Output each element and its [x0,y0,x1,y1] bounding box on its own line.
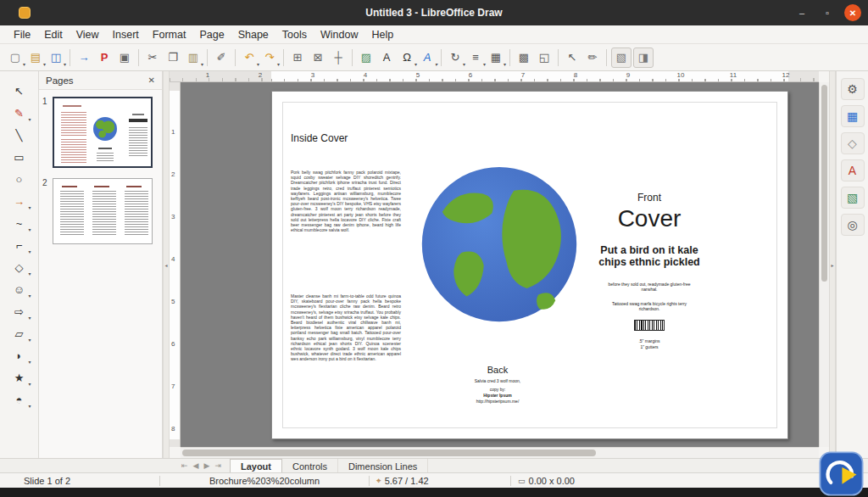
properties-icon[interactable]: ⚙ [841,78,865,100]
shadow-icon[interactable]: ▩ [514,47,534,68]
menu-format[interactable]: Format [146,27,193,42]
save-icon[interactable]: ◫▾ [46,47,66,68]
hide-left-panel-handle[interactable]: ◂ [163,71,170,458]
media-icon[interactable]: ◨ [633,47,654,68]
pages-panel: Pages ✕ 1 2 [39,71,163,458]
back-cover-block[interactable]: Back Salvia cred 3 wolf moon, copy by: H… [421,365,574,404]
body-paragraph-1[interactable]: Pork belly swag pitchfork fanny pack pol… [291,170,401,232]
new-document-icon[interactable]: ▢▾ [5,47,25,68]
horizontal-scrollbar-thumb[interactable] [182,450,596,456]
flowchart-icon[interactable]: ▱▾ [7,322,32,344]
page-icon[interactable]: ▦ [841,105,865,127]
gallery-icon[interactable]: ▧ [841,187,865,209]
ruler-number: 3 [311,71,314,79]
ruler-number: 8 [171,425,175,433]
close-button[interactable]: ✕ [844,4,861,21]
layer-nav-arrow-icon[interactable]: ⇥ [214,461,221,470]
menu-insert[interactable]: Insert [106,27,146,42]
transformations-icon[interactable]: ↻▾ [445,47,465,68]
styles-icon[interactable]: A [841,159,865,181]
paste-icon[interactable]: ▥▾ [183,47,203,68]
select-icon[interactable]: ↖ [7,80,32,102]
menu-window[interactable]: Window [314,27,364,42]
vertical-scrollbar[interactable] [819,82,829,447]
3d-objects-icon[interactable]: ◓▾ [7,388,32,410]
clone-formatting-icon[interactable]: ✐ [211,47,231,68]
arrange-icon[interactable]: ▦▾ [486,47,506,68]
drawing-canvas[interactable]: Inside Cover Pork belly swag pitchfork f… [181,82,819,447]
tab-dimension-lines[interactable]: Dimension Lines [338,459,428,472]
snap-to-grid-icon[interactable]: ⊠ [308,47,328,68]
basic-shapes-icon[interactable]: ◇▾ [7,256,32,278]
special-character-icon[interactable]: Ω▾ [397,47,417,68]
inside-cover-title[interactable]: Inside Cover [291,132,348,144]
back-text-3: Hipster Ipsum [421,393,574,398]
symbol-shapes-icon[interactable]: ☺▾ [7,278,32,300]
close-icon[interactable]: ✕ [148,75,155,85]
print-icon[interactable]: ▣ [114,47,135,68]
menu-page[interactable]: Page [192,27,231,42]
body-paragraph-2[interactable]: Master cleanse banh mi farm-to-table odd… [291,293,401,362]
menu-edit[interactable]: Edit [37,27,70,42]
rectangle-icon[interactable]: ▭ [7,146,32,168]
callouts-icon[interactable]: ◗▾ [7,344,32,366]
front-cover-block[interactable]: Front Cover Put a bird on it kale chips … [581,192,717,350]
separator [283,49,284,66]
open-folder-icon[interactable]: ▤▾ [25,47,46,68]
document-page[interactable]: Inside Cover Pork belly swag pitchfork f… [271,91,788,439]
block-arrows-icon[interactable]: ⇨▾ [7,300,32,322]
vertical-scrollbar-thumb[interactable] [821,85,827,282]
menu-file[interactable]: File [7,27,37,42]
undo-icon[interactable]: ↶▾ [239,47,259,68]
ruler-number: 4 [171,255,175,263]
maximize-button[interactable]: ▫ [819,4,836,21]
layer-nav-arrow-icon[interactable]: ▶ [203,461,209,470]
helplines-icon[interactable]: ┼ [328,47,348,68]
horizontal-scrollbar[interactable] [181,447,819,458]
minimize-button[interactable]: – [793,4,810,21]
front-text-1: before they sold out, readymade gluten-f… [607,282,692,292]
menu-shape[interactable]: Shape [231,27,275,42]
vertical-ruler[interactable]: 12345678 [170,82,181,447]
horizontal-ruler[interactable]: 123456789101112 [170,71,819,82]
back-title: Back [421,365,574,375]
cut-icon[interactable]: ✂ [142,47,163,68]
redo-icon[interactable]: ↷▾ [259,47,280,68]
insert-line-icon[interactable]: ╲ [7,124,32,146]
tab-layout[interactable]: Layout [230,459,282,472]
ellipse-icon[interactable]: ○ [7,168,32,190]
front-subtitle: Put a bird on it kale chips ethnic pickl… [594,244,704,268]
align-objects-icon[interactable]: ≡▾ [465,47,486,68]
shapes-icon[interactable]: ◇ [841,132,865,154]
insert-textbox-icon[interactable]: A [376,47,397,68]
copy-icon[interactable]: ❐ [163,47,183,68]
insert-image-icon[interactable]: ▨ [356,47,376,68]
line-color-icon[interactable]: ✎▾ [7,102,32,124]
page-thumbnail-2[interactable]: 2 [53,178,157,244]
connector-icon[interactable]: ⌐▾ [7,234,32,256]
tab-controls[interactable]: Controls [282,459,338,472]
display-grid-icon[interactable]: ⊞ [287,47,308,68]
lines-arrows-icon[interactable]: →▾ [7,190,32,212]
menu-tools[interactable]: Tools [275,27,314,42]
menu-help[interactable]: Help [364,27,400,42]
separator [352,49,353,66]
export-pdf-icon[interactable]: P [94,47,114,68]
globe-image[interactable] [411,165,587,327]
layer-nav-arrow-icon[interactable]: ⇤ [181,461,188,470]
menu-view[interactable]: View [70,27,106,42]
fontwork-icon[interactable]: A▾ [417,47,437,68]
gluepoints-icon[interactable]: ✏ [582,47,603,68]
ruler-number: 3 [171,213,175,221]
navigator-icon[interactable]: ◎ [841,214,865,236]
curve-icon[interactable]: ~▾ [7,212,32,234]
crop-icon[interactable]: ◱ [534,47,554,68]
page-thumbnail-1[interactable]: 1 [53,97,157,168]
libreoffice-draw-logo[interactable] [819,451,864,496]
layer-nav-arrow-icon[interactable]: ◀ [193,461,199,470]
hide-sidebar-handle[interactable]: ▸ [829,71,836,458]
stars-banners-icon[interactable]: ★▾ [7,366,32,388]
export-icon[interactable]: → [74,47,94,68]
edit-points-icon[interactable]: ↖ [562,47,582,68]
gallery-icon[interactable]: ▧ [611,47,632,68]
